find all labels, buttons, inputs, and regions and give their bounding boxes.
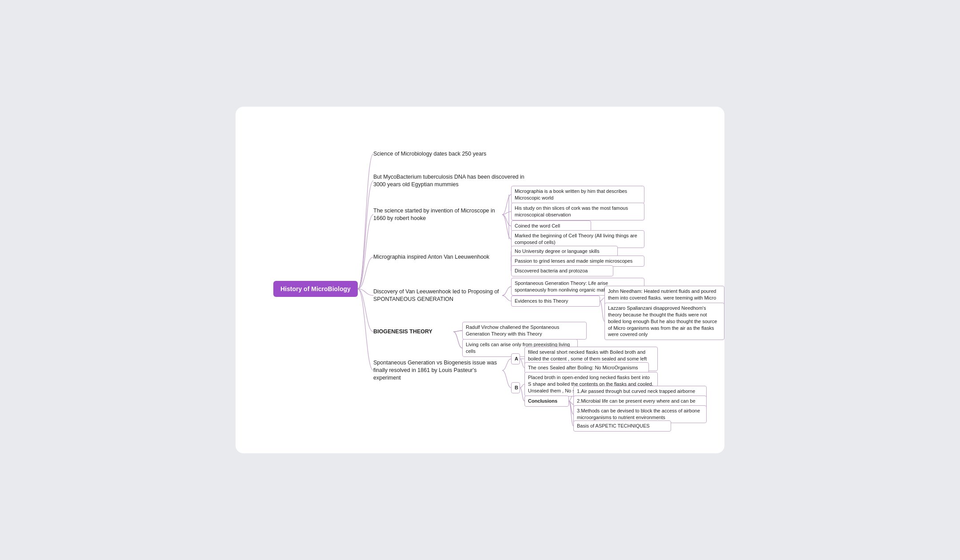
branch-2: But MycoBacterium tuberculosis DNA has b…	[373, 173, 524, 188]
branch-1: Science of Microbiology dates back 250 y…	[373, 150, 516, 158]
node-b5c2b: Lazzaro Spallanzani disapproved Needhom'…	[604, 303, 724, 340]
node-b5c2: Evidences to this Theory	[511, 296, 600, 307]
node-b3c2: His study on thin slices of cork was the…	[511, 203, 644, 220]
mindmap: History of MicroBiology Science of Micro…	[249, 120, 711, 440]
node-b6c1: Radulf Virchow challened the Spontaneous…	[462, 322, 587, 340]
node-conclusions-label: Conclusions	[524, 396, 569, 407]
node-b7a-label: A	[511, 353, 520, 364]
node-b3c4: Marked the beginning of Cell Theory (All…	[511, 230, 644, 248]
root-node: History of MicroBiology	[273, 281, 358, 297]
branch-4: Micrographia inspired Anton Van Leeuwenh…	[373, 253, 511, 261]
branch-3: The science started by invention of Micr…	[373, 207, 502, 222]
node-b3c1: Micrographia is a book written by him th…	[511, 186, 644, 204]
branch-5: Discovery of Van Leeuwenhook led to Prop…	[373, 288, 502, 303]
node-aspetic: Basis of ASPETIC TECHNIQUES	[573, 420, 671, 432]
node-b7b-label: B	[511, 382, 520, 393]
branch-7: Spontaneous Generation vs Biogenesis iss…	[373, 359, 502, 382]
node-b4c3: Discovered bacteria and protozoa	[511, 265, 613, 276]
card: History of MicroBiology Science of Micro…	[236, 107, 724, 453]
branch-6: BIOGENESIS THEORY	[373, 328, 453, 336]
